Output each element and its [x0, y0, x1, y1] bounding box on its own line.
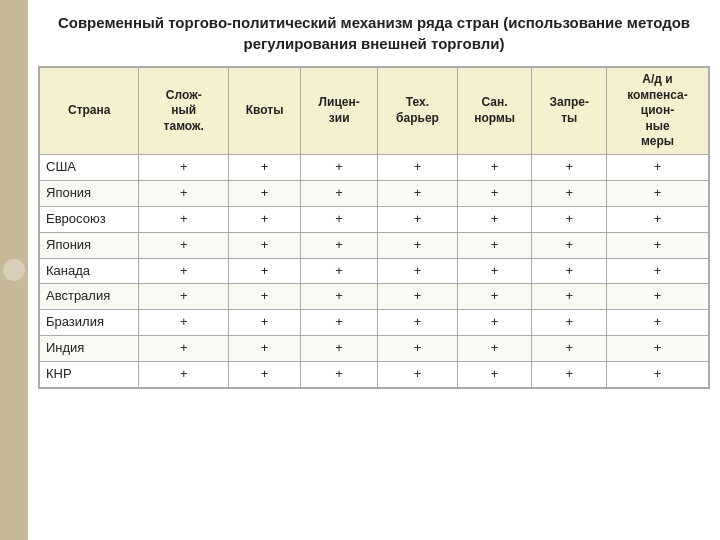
cell-value: + [457, 258, 532, 284]
cell-value: + [301, 284, 378, 310]
cell-value: + [378, 232, 458, 258]
cell-value: + [607, 258, 709, 284]
cell-value: + [139, 180, 229, 206]
cell-value: + [457, 154, 532, 180]
cell-value: + [139, 310, 229, 336]
cell-value: + [457, 206, 532, 232]
cell-value: + [607, 154, 709, 180]
cell-value: + [532, 232, 607, 258]
cell-value: + [229, 232, 301, 258]
cell-value: + [378, 284, 458, 310]
cell-value: + [229, 336, 301, 362]
table-body: США+++++++Япония+++++++Евросоюз+++++++Яп… [40, 154, 709, 387]
cell-value: + [532, 284, 607, 310]
main-content: Современный торгово-политический механиз… [28, 0, 720, 540]
cell-value: + [532, 336, 607, 362]
cell-country: Бразилия [40, 310, 139, 336]
cell-value: + [301, 310, 378, 336]
cell-value: + [229, 154, 301, 180]
cell-value: + [378, 154, 458, 180]
cell-value: + [139, 362, 229, 388]
left-decoration [0, 0, 28, 540]
cell-value: + [532, 154, 607, 180]
cell-value: + [301, 206, 378, 232]
cell-value: + [301, 154, 378, 180]
cell-value: + [607, 232, 709, 258]
cell-value: + [457, 180, 532, 206]
header-san: Сан.нормы [457, 68, 532, 155]
cell-value: + [229, 362, 301, 388]
cell-value: + [139, 258, 229, 284]
cell-value: + [139, 232, 229, 258]
cell-value: + [229, 206, 301, 232]
cell-value: + [607, 362, 709, 388]
cell-value: + [378, 336, 458, 362]
cell-value: + [378, 258, 458, 284]
cell-country: Австралия [40, 284, 139, 310]
cell-value: + [457, 336, 532, 362]
cell-value: + [378, 180, 458, 206]
cell-value: + [457, 310, 532, 336]
page-wrapper: Современный торгово-политический механиз… [0, 0, 720, 540]
table-row: КНР+++++++ [40, 362, 709, 388]
cell-value: + [139, 206, 229, 232]
cell-value: + [301, 336, 378, 362]
table-row: США+++++++ [40, 154, 709, 180]
cell-value: + [532, 180, 607, 206]
cell-value: + [301, 258, 378, 284]
header-tech: Тех.барьер [378, 68, 458, 155]
cell-value: + [378, 206, 458, 232]
cell-country: КНР [40, 362, 139, 388]
table-row: Евросоюз+++++++ [40, 206, 709, 232]
header-slog: Слож-ныйтамож. [139, 68, 229, 155]
cell-value: + [139, 284, 229, 310]
table-row: Австралия+++++++ [40, 284, 709, 310]
table-row: Япония+++++++ [40, 180, 709, 206]
cell-value: + [532, 206, 607, 232]
cell-value: + [229, 310, 301, 336]
table-wrapper: Страна Слож-ныйтамож. Квоты Лицен-зии Те… [38, 66, 710, 389]
cell-country: Япония [40, 180, 139, 206]
cell-value: + [457, 362, 532, 388]
cell-value: + [301, 180, 378, 206]
cell-value: + [607, 180, 709, 206]
cell-value: + [457, 232, 532, 258]
header-kvot: Квоты [229, 68, 301, 155]
cell-value: + [378, 362, 458, 388]
cell-value: + [607, 206, 709, 232]
cell-value: + [607, 310, 709, 336]
table-row: Япония+++++++ [40, 232, 709, 258]
cell-value: + [378, 310, 458, 336]
cell-value: + [229, 258, 301, 284]
table-row: Бразилия+++++++ [40, 310, 709, 336]
cell-value: + [139, 336, 229, 362]
cell-value: + [229, 284, 301, 310]
page-title: Современный торгово-политический механиз… [38, 12, 710, 54]
cell-value: + [532, 258, 607, 284]
cell-value: + [301, 362, 378, 388]
header-zapre: Запре-ты [532, 68, 607, 155]
cell-value: + [457, 284, 532, 310]
table-header: Страна Слож-ныйтамож. Квоты Лицен-зии Те… [40, 68, 709, 155]
header-country: Страна [40, 68, 139, 155]
cell-country: США [40, 154, 139, 180]
table-row: Индия+++++++ [40, 336, 709, 362]
cell-country: Япония [40, 232, 139, 258]
table-row: Канада+++++++ [40, 258, 709, 284]
cell-value: + [139, 154, 229, 180]
header-ad: А/д икомпенса-цион-ныемеры [607, 68, 709, 155]
cell-value: + [532, 310, 607, 336]
cell-value: + [532, 362, 607, 388]
cell-value: + [607, 336, 709, 362]
cell-value: + [607, 284, 709, 310]
cell-country: Евросоюз [40, 206, 139, 232]
cell-country: Канада [40, 258, 139, 284]
header-licen: Лицен-зии [301, 68, 378, 155]
cell-value: + [229, 180, 301, 206]
main-table: Страна Слож-ныйтамож. Квоты Лицен-зии Те… [39, 67, 709, 388]
cell-value: + [301, 232, 378, 258]
cell-country: Индия [40, 336, 139, 362]
